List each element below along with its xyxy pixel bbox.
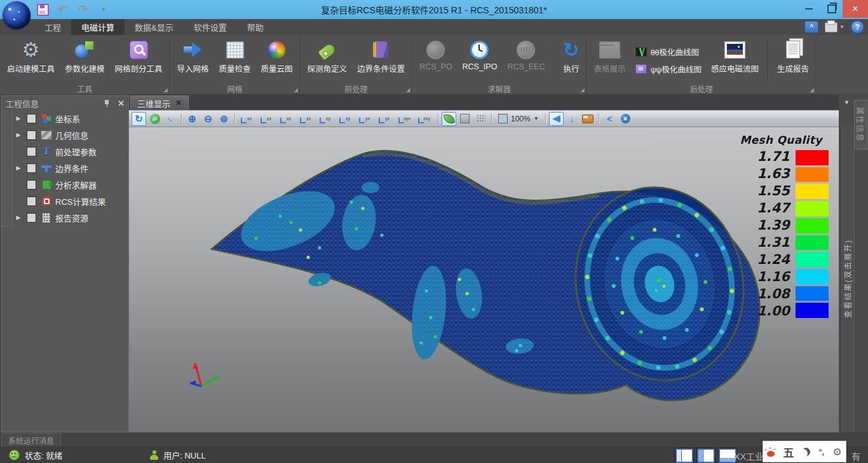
export-down-button[interactable]: ↓ xyxy=(565,112,580,126)
tree-checkbox[interactable] xyxy=(27,180,36,190)
view-orientation-button-yz[interactable]: yz xyxy=(376,112,395,126)
generate-report-button[interactable]: 生成报告 xyxy=(773,37,813,83)
view-orientation-button-xz[interactable]: xz xyxy=(278,112,297,126)
app-logo-icon[interactable] xyxy=(3,1,31,29)
view-orientation-button-xz[interactable]: xz xyxy=(238,112,257,126)
tree-item-几何信息[interactable]: ▶几何信息 xyxy=(2,127,128,143)
menu-tab-软件设置[interactable]: 软件设置 xyxy=(184,19,237,35)
shaded-mode-button[interactable] xyxy=(442,112,456,126)
view-orientation-button-zy[interactable]: zy xyxy=(337,112,356,126)
theta-curve-button[interactable]: θθ极化曲线图 xyxy=(632,45,705,59)
icon-box xyxy=(426,39,445,60)
close-button[interactable]: × xyxy=(843,0,868,18)
tree-item-报告资源[interactable]: ▶报告资源 xyxy=(2,209,128,226)
properties-panel-tab[interactable]: 属性信息 xyxy=(854,100,867,149)
rotate-view-button[interactable]: ↻ xyxy=(132,112,146,126)
import-mesh-button[interactable]: 导入网格 xyxy=(173,37,214,83)
ime-settings-icon[interactable]: ⚙ xyxy=(832,446,841,458)
tree-checkbox[interactable] xyxy=(27,213,36,223)
view-orientation-button-yx[interactable]: yx xyxy=(356,112,376,126)
project-info-panel: 工程信息 ✕ ▶坐标系▶几何信息前处理参数▶边界条件分析求解器RCS计算结果▶报… xyxy=(1,95,129,432)
zoom-in-button[interactable]: ⊕ xyxy=(185,112,200,126)
wireframe-mode-button[interactable] xyxy=(458,112,472,126)
minimize-button[interactable] xyxy=(798,0,820,18)
orbit-view-button[interactable]: ⇄ xyxy=(147,112,162,126)
quality-check-button[interactable]: 质量检查 xyxy=(215,37,255,83)
tab-close-icon[interactable]: ✕ xyxy=(175,99,182,107)
layout-left-filled-button[interactable] xyxy=(697,448,715,463)
grid-mode-button[interactable] xyxy=(473,112,488,126)
ime-logo-icon[interactable] xyxy=(767,451,775,457)
tree-item-分析求解器[interactable]: 分析求解器 xyxy=(2,176,128,193)
group-expand-icon[interactable]: ◢ xyxy=(580,88,584,93)
induced-current-button[interactable]: 感应电磁流图 xyxy=(707,37,763,83)
view-orientation-button-zx[interactable]: zx xyxy=(297,112,316,126)
modeler-gear-button[interactable]: 启动建模工具 xyxy=(3,37,59,83)
share-button[interactable]: < xyxy=(602,112,617,126)
tree-item-前处理参数[interactable]: 前处理参数 xyxy=(2,143,128,160)
brand-text-right: 有 xyxy=(851,450,860,462)
restore-button[interactable] xyxy=(821,0,843,18)
menu-tab-帮助[interactable]: 帮助 xyxy=(237,19,274,35)
menu-tab-电磁计算[interactable]: 电磁计算 xyxy=(71,19,125,35)
help-button[interactable]: ? xyxy=(851,20,864,34)
pin-icon[interactable] xyxy=(104,99,110,107)
menu-tab-数据&显示[interactable]: 数据&显示 xyxy=(125,19,184,35)
view-orientation-button-zx[interactable]: zx xyxy=(258,112,277,126)
tree-checkbox[interactable] xyxy=(27,130,36,140)
view-orientation-button-zyx[interactable]: zyx xyxy=(396,112,415,126)
view-orientation-button-zxy[interactable]: zxy xyxy=(416,112,435,126)
view-orientation-button-zy[interactable]: zy xyxy=(317,112,336,126)
collapse-ribbon-button[interactable]: ^ xyxy=(804,21,818,33)
tree-checkbox[interactable] xyxy=(27,163,36,173)
tree-item-RCS计算结果[interactable]: RCS计算结果 xyxy=(2,193,128,209)
modeler-gear-icon xyxy=(22,38,40,62)
status-bar: 状态: 就绪 用户: NULL XX工业 有 五 °, ⚙ xyxy=(0,446,868,463)
psi-curve-button[interactable]: ψψ极化曲线图 xyxy=(632,62,705,76)
tree-checkbox[interactable] xyxy=(27,147,36,156)
ribbon-group-label: 后处理 xyxy=(690,83,713,94)
zoom-out-button[interactable]: ⊖ xyxy=(201,112,215,126)
results-panel-tab[interactable]: 查看结果(双击展开) xyxy=(840,126,855,431)
expand-arrow-icon[interactable]: ▶ xyxy=(13,165,24,171)
bottom-tab-row: 系统运行消息 xyxy=(0,432,868,446)
mesh-partition-button[interactable]: 网格剖分工具 xyxy=(111,37,167,83)
tree-checkbox[interactable] xyxy=(27,114,36,123)
tree-item-坐标系[interactable]: ▶坐标系 xyxy=(2,110,128,127)
button-label: 感应电磁流图 xyxy=(711,62,759,74)
zoom-fit-button[interactable]: ⊚ xyxy=(217,112,231,126)
ime-punctuation-button[interactable]: °, xyxy=(818,447,824,457)
expand-arrow-icon[interactable]: ▶ xyxy=(13,115,24,121)
boundary-condition-button[interactable]: 边界条件设置 xyxy=(353,37,409,83)
probe-angle-button[interactable]: 探测角定义 xyxy=(303,37,352,83)
delete-view-button[interactable]: ✕ xyxy=(618,112,633,126)
tree-item-边界条件[interactable]: ▶边界条件 xyxy=(2,160,128,176)
execute-button[interactable]: 执行 xyxy=(559,37,583,83)
group-expand-icon[interactable]: ◢ xyxy=(163,88,167,93)
panel-close-icon[interactable]: ✕ xyxy=(118,99,125,108)
group-expand-icon[interactable]: ◢ xyxy=(406,88,410,93)
tree-gutter-cell xyxy=(2,127,13,144)
menu-tab-工程[interactable]: 工程 xyxy=(34,19,71,35)
system-messages-tab[interactable]: 系统运行消息 xyxy=(1,433,61,447)
expand-arrow-icon[interactable]: ▶ xyxy=(13,214,24,221)
3d-canvas[interactable]: Mesh Quality 1.711.631.551.471.391.311.2… xyxy=(129,127,839,432)
tab-3d-display[interactable]: 三维显示 ✕ xyxy=(130,95,189,110)
layout-left-panel-button[interactable] xyxy=(675,448,693,463)
tabbar-overflow-caret-icon[interactable]: ▼ xyxy=(844,99,850,106)
screenshot-button[interactable] xyxy=(581,112,595,126)
zoom-level-control[interactable]: 100% ▼ xyxy=(495,114,542,123)
rcs-ipo-button[interactable]: RCS_IPO xyxy=(458,37,502,83)
group-expand-icon[interactable]: ◢ xyxy=(294,88,297,93)
parametric-model-button[interactable]: 参数化建模 xyxy=(60,37,109,83)
print-tool-button[interactable]: ▼ xyxy=(825,22,844,32)
tree-checkbox[interactable] xyxy=(27,197,36,206)
expand-arrow-icon[interactable]: ▶ xyxy=(13,132,24,138)
view-orientation-buttons: xzzxxzzxzyzyyxyzzyxzxy xyxy=(238,112,435,126)
pan-view-button[interactable]: ↔ xyxy=(163,112,178,126)
group-expand-icon[interactable]: ◢ xyxy=(810,88,814,93)
ime-mode-button[interactable]: 五 xyxy=(783,444,794,460)
quality-cloud-button[interactable]: 质量云图 xyxy=(257,37,297,83)
ime-night-mode-icon[interactable] xyxy=(802,448,810,456)
clip-plane-button[interactable] xyxy=(549,112,564,126)
